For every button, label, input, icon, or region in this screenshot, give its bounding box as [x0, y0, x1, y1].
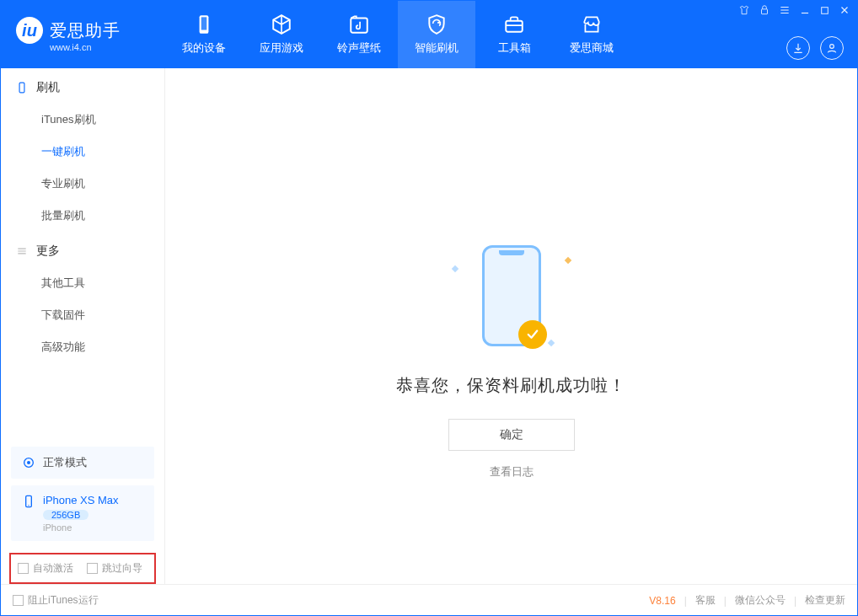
svg-rect-4 [762, 9, 768, 14]
phone-notch [499, 250, 524, 255]
spark-icon [564, 256, 571, 263]
device-mode: 正常模式 [43, 455, 87, 470]
tab-label: 爱思商城 [570, 40, 614, 56]
svg-rect-3 [506, 21, 523, 32]
ok-button[interactable]: 确定 [448, 419, 575, 451]
checkbox-icon [87, 563, 98, 574]
footer: 阻止iTunes运行 V8.16 | 客服 | 微信公众号 | 检查更新 [1, 584, 857, 616]
checkbox-icon [13, 595, 24, 606]
checkbox-icon [18, 563, 29, 574]
section-title: 刷机 [36, 80, 60, 95]
support-link[interactable]: 客服 [695, 593, 716, 608]
device-icon [192, 13, 216, 35]
shield-refresh-icon [425, 13, 448, 35]
separator: | [794, 595, 796, 607]
view-log-link[interactable]: 查看日志 [490, 464, 534, 479]
wechat-link[interactable]: 微信公众号 [735, 593, 786, 608]
phone-outline-icon [482, 245, 541, 346]
toolbox-icon [502, 13, 526, 35]
checkbox-block-itunes[interactable]: 阻止iTunes运行 [13, 593, 99, 608]
tab-store[interactable]: 爱思商城 [553, 1, 630, 68]
device-panel: 正常模式 iPhone XS Max 256GB iPhone [1, 447, 164, 548]
svg-point-6 [830, 45, 834, 49]
footer-right: V8.16 | 客服 | 微信公众号 | 检查更新 [649, 593, 845, 608]
main-tabs: 我的设备 应用游戏 铃声壁纸 智能刷机 工具箱 爱思商城 [165, 1, 630, 68]
device-mode-box[interactable]: 正常模式 [11, 447, 154, 479]
user-button[interactable] [820, 36, 844, 60]
tab-label: 我的设备 [182, 40, 226, 56]
spark-icon [547, 339, 554, 345]
check-update-link[interactable]: 检查更新 [805, 593, 845, 608]
tab-apps-games[interactable]: 应用游戏 [243, 1, 320, 68]
check-circle-icon [518, 320, 547, 349]
tab-my-device[interactable]: 我的设备 [165, 1, 243, 68]
list-icon [16, 245, 28, 257]
options-highlight-box: 自动激活 跳过向导 [9, 553, 156, 584]
phone-device-icon [21, 494, 36, 509]
tab-toolbox[interactable]: 工具箱 [475, 1, 553, 68]
music-folder-icon [347, 13, 371, 35]
checkbox-label: 阻止iTunes运行 [28, 593, 99, 608]
logo-area: iu 爱思助手 www.i4.cn [1, 17, 165, 52]
store-icon [580, 13, 603, 35]
sidebar-item-other-tools[interactable]: 其他工具 [1, 267, 164, 299]
header-right [786, 36, 844, 60]
sidebar-item-batch-flash[interactable]: 批量刷机 [1, 200, 164, 232]
body: 刷机 iTunes刷机 一键刷机 专业刷机 批量刷机 更多 其他工具 下载固件 … [1, 68, 857, 584]
tab-ringtone-wallpaper[interactable]: 铃声壁纸 [320, 1, 398, 68]
download-button[interactable] [786, 36, 810, 60]
sidebar-section-more: 更多 [1, 232, 164, 267]
app-logo-icon: iu [16, 17, 43, 44]
separator: | [684, 595, 687, 607]
success-message: 恭喜您，保资料刷机成功啦！ [396, 374, 626, 397]
mode-icon [21, 455, 36, 470]
sidebar-item-itunes-flash[interactable]: iTunes刷机 [1, 104, 164, 136]
app-name: 爱思助手 [50, 19, 121, 42]
sidebar-section-flash: 刷机 [1, 68, 164, 104]
main-content: 恭喜您，保资料刷机成功啦！ 确定 查看日志 [165, 68, 857, 584]
svg-rect-1 [201, 17, 207, 29]
menu-icon[interactable] [779, 4, 791, 16]
sidebar-item-download-firmware[interactable]: 下载固件 [1, 299, 164, 331]
svg-point-11 [28, 505, 29, 506]
tab-label: 工具箱 [498, 40, 531, 56]
spark-icon [451, 265, 458, 271]
device-storage: 256GB [43, 510, 88, 520]
checkbox-label: 自动激活 [33, 561, 73, 576]
svg-point-9 [27, 461, 30, 464]
version-label: V8.16 [649, 595, 675, 607]
device-type: iPhone [43, 522, 119, 533]
minimize-button[interactable] [799, 4, 811, 16]
device-name: iPhone XS Max [43, 494, 119, 506]
shirt-icon[interactable] [738, 4, 750, 16]
section-title: 更多 [36, 244, 60, 259]
header: iu 爱思助手 www.i4.cn 我的设备 应用游戏 铃声壁纸 智能刷机 工具… [1, 1, 857, 68]
cube-icon [270, 13, 293, 35]
device-info-box[interactable]: iPhone XS Max 256GB iPhone [11, 485, 154, 541]
sidebar-item-oneclick-flash[interactable]: 一键刷机 [1, 136, 164, 168]
tab-label: 智能刷机 [415, 40, 458, 56]
separator: | [724, 595, 727, 607]
tab-label: 应用游戏 [260, 40, 303, 56]
tab-smart-flash[interactable]: 智能刷机 [398, 1, 475, 68]
svg-rect-2 [351, 18, 367, 32]
maximize-button[interactable] [819, 5, 830, 16]
svg-rect-5 [822, 7, 829, 13]
lock-icon[interactable] [759, 4, 770, 16]
checkbox-label: 跳过向导 [102, 561, 142, 576]
checkbox-auto-activate[interactable]: 自动激活 [18, 561, 73, 576]
checkbox-skip-guide[interactable]: 跳过向导 [87, 561, 142, 576]
svg-rect-7 [19, 83, 24, 93]
tab-label: 铃声壁纸 [337, 40, 381, 56]
success-illustration [444, 241, 579, 351]
window-controls [738, 4, 850, 16]
app-site: www.i4.cn [50, 42, 92, 52]
close-button[interactable] [839, 4, 850, 16]
sidebar-item-advanced[interactable]: 高级功能 [1, 331, 164, 363]
sidebar-item-pro-flash[interactable]: 专业刷机 [1, 168, 164, 200]
phone-icon [16, 82, 28, 94]
device-info: iPhone XS Max 256GB iPhone [43, 494, 119, 533]
sidebar: 刷机 iTunes刷机 一键刷机 专业刷机 批量刷机 更多 其他工具 下载固件 … [1, 68, 165, 584]
